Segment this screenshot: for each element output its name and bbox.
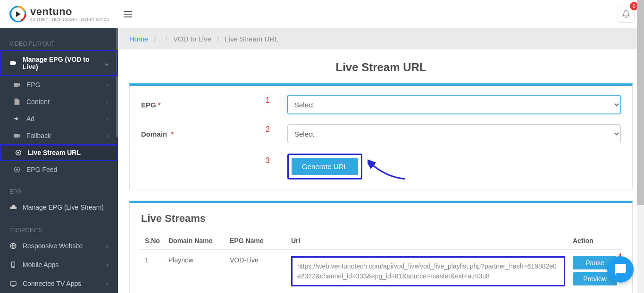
- generate-url-card: EPG * 1 Select Domain * 2: [129, 83, 633, 189]
- chat-icon: [614, 263, 627, 276]
- globe-icon: [9, 242, 17, 250]
- table-row: 1 Playnow VOD-Live https://web.ventunote…: [141, 250, 621, 293]
- svg-point-3: [18, 152, 19, 154]
- breadcrumb: Home / / VOD to Live / Live Stream URL: [118, 28, 644, 49]
- sidebar-item-manage-epg-vod[interactable]: Manage EPG (VOD to Live) ⌵: [0, 50, 118, 76]
- page-title: Live Stream URL: [129, 61, 633, 74]
- brand-name: ventuno: [30, 7, 109, 17]
- bell-icon: [622, 10, 630, 18]
- annotation-arrow-icon: [368, 159, 410, 183]
- chevron-down-icon: ⌵: [105, 59, 109, 67]
- hamburger-menu-icon[interactable]: [124, 11, 132, 17]
- chevron-right-icon: ›: [106, 132, 109, 139]
- sidebar-section-epg: EPG: [0, 186, 118, 198]
- breadcrumb-current: Live Stream URL: [225, 35, 278, 43]
- cell-domain: Playnow: [165, 250, 226, 293]
- sidebar-section-video-playout: VIDEO PLAYOUT: [0, 38, 118, 50]
- sidebar-item-manage-epg-live[interactable]: Manage EPG (Live Stream): [0, 198, 118, 217]
- generate-url-highlight: Generate URL: [287, 154, 362, 179]
- camera-icon: [13, 81, 21, 89]
- live-streams-title: Live Streams: [141, 212, 621, 225]
- step-3-annotation: 3: [266, 156, 270, 165]
- chevron-right-icon: ›: [106, 280, 109, 287]
- chevron-right-icon: ›: [106, 115, 109, 122]
- svg-rect-9: [10, 282, 16, 285]
- brand-logo[interactable]: ventuno CONTENT · TECHNOLOGY · MONETIZAT…: [9, 6, 109, 23]
- sidebar-item-live-stream-url[interactable]: Live Stream URL: [0, 144, 118, 161]
- sidebar-item-epg[interactable]: EPG ›: [0, 76, 118, 93]
- sidebar-item-content[interactable]: Content ›: [0, 93, 118, 110]
- svg-marker-1: [16, 11, 21, 17]
- target-icon: [13, 166, 21, 173]
- step-2-annotation: 2: [266, 125, 270, 134]
- step-1-annotation: 1: [266, 96, 270, 105]
- sidebar-item-connected-tv[interactable]: Connected TV Apps ›: [0, 274, 118, 293]
- target-icon: [15, 149, 22, 156]
- svg-point-8: [13, 266, 13, 267]
- chevron-right-icon: ›: [106, 81, 109, 89]
- cloud-icon: [9, 203, 17, 211]
- generate-url-button[interactable]: Generate URL: [292, 158, 358, 175]
- camera-icon: [13, 132, 21, 139]
- cell-sno: 1: [141, 250, 165, 293]
- document-icon: [13, 98, 21, 106]
- live-streams-table: S.No Domain Name EPG Name Url Action 1 P…: [141, 232, 621, 293]
- sidebar-item-fallback[interactable]: Fallback ›: [0, 127, 118, 144]
- ventuno-logo-icon: [9, 6, 26, 23]
- th-domain: Domain Name: [165, 232, 226, 250]
- chevron-right-icon: ›: [106, 261, 109, 269]
- th-url: Url: [287, 232, 569, 250]
- megaphone-icon: [13, 115, 21, 122]
- main-content: Home / / VOD to Live / Live Stream URL L…: [118, 28, 644, 293]
- sidebar: VIDEO PLAYOUT Manage EPG (VOD to Live) ⌵…: [0, 28, 118, 293]
- sidebar-item-mobile-apps[interactable]: Mobile Apps ›: [0, 255, 118, 274]
- tv-icon: [9, 280, 17, 287]
- th-epg: EPG Name: [226, 232, 287, 250]
- svg-point-5: [17, 169, 18, 171]
- mobile-icon: [9, 261, 17, 269]
- sidebar-scrollbar[interactable]: [116, 28, 118, 137]
- page-scrollbar[interactable]: [637, 0, 644, 293]
- epg-select[interactable]: Select: [287, 95, 621, 114]
- breadcrumb-home[interactable]: Home: [129, 35, 148, 43]
- sidebar-item-epg-feed[interactable]: EPG Feed: [0, 161, 118, 178]
- sidebar-section-endpoints: ENDPOINTS: [0, 224, 118, 236]
- chat-support-button[interactable]: [607, 256, 634, 283]
- sidebar-item-ad[interactable]: Ad ›: [0, 110, 118, 127]
- topbar: ventuno CONTENT · TECHNOLOGY · MONETIZAT…: [0, 0, 644, 28]
- cell-url: https://web.ventunotech.com/api/vod_live…: [291, 256, 565, 286]
- notifications[interactable]: 0: [618, 6, 635, 23]
- sidebar-item-responsive-website[interactable]: Responsive Website ›: [0, 236, 118, 255]
- chevron-right-icon: ›: [106, 98, 109, 106]
- brand-tagline: CONTENT · TECHNOLOGY · MONETIZATION: [30, 18, 109, 21]
- cell-epg: VOD-Live: [226, 250, 287, 293]
- th-action: Action: [569, 232, 621, 250]
- camera-icon: [9, 59, 17, 67]
- chevron-right-icon: ›: [106, 242, 109, 250]
- live-streams-card: Live Streams S.No Domain Name EPG Name U…: [129, 201, 633, 293]
- th-sno: S.No: [141, 232, 165, 250]
- domain-select[interactable]: Select: [287, 124, 621, 143]
- breadcrumb-vod-to-live: VOD to Live: [173, 35, 211, 43]
